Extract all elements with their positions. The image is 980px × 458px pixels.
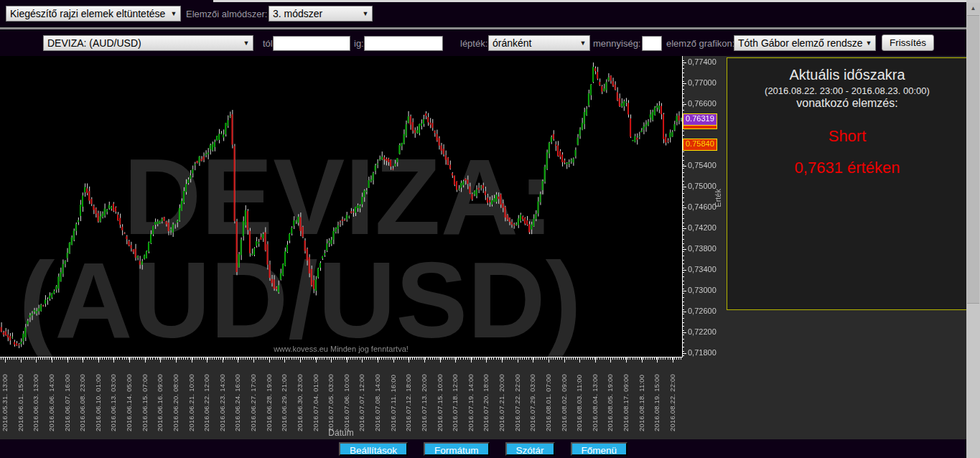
x-tick-label: 2016.06.22. 12:00 bbox=[202, 364, 210, 431]
y-tick-label: 0,74600 bbox=[688, 202, 717, 211]
x-tick-label: 2016.06.10. 01:00 bbox=[94, 364, 102, 431]
x-tick-label: 2016.06.23. 14:00 bbox=[218, 364, 226, 431]
refresh-button[interactable]: Frissítés bbox=[882, 34, 934, 51]
y-tick-label: 0,71800 bbox=[688, 348, 717, 357]
x-tick-label: 2016.06.14. 05:00 bbox=[125, 364, 133, 431]
to-date-input[interactable] bbox=[364, 36, 443, 51]
to-label: ig: bbox=[354, 38, 364, 49]
y-tick-label: 0,77400 bbox=[688, 57, 717, 66]
x-tick-label: 2016.08.19. 15:00 bbox=[653, 364, 661, 431]
x-tick-label: 2016.08.22. 22:00 bbox=[668, 364, 676, 431]
scroll-up-arrow-icon[interactable]: ▲ bbox=[966, 3, 980, 14]
analysis-subtitle: vonatkozó elemzés: bbox=[727, 97, 967, 110]
x-tick-label: 2016.06.27. 17:00 bbox=[249, 364, 257, 431]
chevron-down-icon: ▼ bbox=[578, 36, 588, 50]
analyzer-label: elemző grafikon: bbox=[666, 38, 734, 49]
chart-attribution: www.kovess.eu Minden jog fenntartva! bbox=[0, 345, 682, 353]
x-tick-label: 2016.07.18. 12:00 bbox=[451, 364, 459, 431]
x-tick-label: 2016.06.24. 16:00 bbox=[233, 364, 241, 431]
toolbar-divider bbox=[0, 27, 980, 29]
chart-figure: www.kovess.eu Minden jog fenntartva! 0,7… bbox=[0, 56, 966, 439]
analysis-signal: Short bbox=[727, 127, 967, 146]
x-tick-label: 2016.06.21. 10:00 bbox=[187, 364, 195, 431]
price-label-current: 0.76319 bbox=[683, 113, 717, 126]
x-tick-label: 2016.08.02. 09:00 bbox=[560, 364, 568, 431]
analyzer-select-value: Tóth Gábor elemző rendsze bbox=[738, 37, 863, 49]
analysis-title: Aktuális időszakra bbox=[727, 67, 967, 83]
x-tick-label: 2016.06.16. 09:00 bbox=[156, 364, 164, 431]
x-tick-label: 2016.07.06. 10:00 bbox=[342, 364, 350, 431]
x-tick-label: 2016.06.15. 07:00 bbox=[141, 364, 149, 431]
analysis-panel: Aktuális időszakra (2016.08.22. 23:00 - … bbox=[727, 57, 968, 310]
x-tick-label: 2016.07.29. 03:00 bbox=[528, 364, 536, 431]
analyzer-select[interactable]: Tóth Gábor elemző rendsze ▼ bbox=[734, 35, 876, 51]
x-tick-label: 2016.06.07. 16:00 bbox=[63, 364, 71, 431]
format-button[interactable]: Formátum bbox=[424, 442, 490, 456]
chevron-down-icon: ▼ bbox=[169, 6, 179, 21]
dictionary-button[interactable]: Szótár bbox=[505, 442, 555, 456]
quantity-label: mennyiség: bbox=[593, 38, 640, 49]
y-tick-label: 0,75000 bbox=[688, 182, 717, 190]
y-tick-label: 0,73000 bbox=[688, 286, 717, 294]
quantity-input[interactable] bbox=[642, 36, 662, 51]
analysis-period: (2016.08.22. 23:00 - 2016.08.23. 00:00) bbox=[727, 85, 967, 96]
footer-bar: Beállítások Formátum Szótár Főmenü bbox=[0, 439, 966, 458]
submethod-label: Elemzői almódszer: bbox=[186, 9, 267, 19]
y-tick-label: 0,75400 bbox=[688, 161, 717, 169]
x-axis: 2016.05.31. 13:002016.06.01. 15:002016.0… bbox=[0, 361, 682, 430]
x-tick-label: 2016.06.01. 15:00 bbox=[17, 364, 24, 431]
x-tick-label: 2016.06.13. 03:00 bbox=[109, 364, 117, 431]
y-tick-label: 0,72200 bbox=[688, 327, 717, 336]
scrollbar-thumb[interactable] bbox=[967, 15, 979, 304]
x-tick-label: 2016.08.03. 11:00 bbox=[575, 364, 583, 431]
x-tick-label: 2016.07.12. 18:00 bbox=[404, 364, 412, 431]
window-top-edge bbox=[213, 0, 966, 2]
from-date-input[interactable] bbox=[273, 36, 350, 51]
chevron-down-icon: ▼ bbox=[864, 36, 874, 50]
x-tick-label: 2016.08.17. 09:00 bbox=[622, 364, 630, 431]
x-tick-label: 2016.07.20. 18:00 bbox=[482, 364, 490, 431]
x-tick-label: 2016.06.28. 19:00 bbox=[265, 364, 273, 431]
scale-select-value: óránként bbox=[493, 37, 531, 49]
instrument-select[interactable]: DEVIZA: (AUD/USD) ▼ bbox=[43, 35, 253, 51]
x-tick-label: 2016.06.30. 23:00 bbox=[296, 364, 304, 431]
settings-button[interactable]: Beállítások bbox=[339, 442, 408, 456]
x-tick-label: 2016.06.03. 13:00 bbox=[32, 364, 39, 431]
analysis-price: 0,7631 értéken bbox=[727, 159, 967, 177]
draw-elements-select[interactable]: Kiegészítő rajzi elemek eltüntetése ▼ bbox=[6, 6, 181, 22]
y-tick-label: 0,74200 bbox=[688, 223, 717, 232]
draw-elements-select-value: Kiegészítő rajzi elemek eltüntetése bbox=[10, 8, 165, 19]
vertical-scrollbar[interactable]: ▲ bbox=[966, 0, 980, 458]
x-tick-label: 2016.08.05. 19:00 bbox=[606, 364, 614, 431]
submethod-select-value: 3. módszer bbox=[273, 8, 322, 19]
x-tick-label: 2016.07.05. 03:00 bbox=[327, 364, 335, 431]
y-axis: 0,774000,770000,766000,762000,758000,754… bbox=[682, 56, 727, 363]
scale-label: lépték: bbox=[460, 38, 487, 49]
x-tick-label: 2016.07.13. 20:00 bbox=[420, 364, 428, 431]
y-axis-title: Érték bbox=[714, 189, 722, 207]
submethod-select[interactable]: 3. módszer ▼ bbox=[269, 6, 373, 22]
x-tick-label: 2016.07.22. 22:00 bbox=[513, 364, 521, 431]
y-tick-label: 0,77000 bbox=[688, 78, 717, 87]
x-axis-title: Dátum bbox=[0, 428, 682, 438]
x-tick-label: 2016.08.04. 13:00 bbox=[591, 364, 599, 431]
main-menu-button[interactable]: Főmenü bbox=[571, 442, 628, 456]
x-tick-label: 2016.07.07. 12:00 bbox=[358, 364, 365, 431]
y-tick-label: 0,73800 bbox=[688, 244, 717, 253]
x-tick-label: 2016.08.18. 11:00 bbox=[638, 364, 645, 431]
instrument-select-value: DEVIZA: (AUD/USD) bbox=[47, 37, 141, 49]
x-tick-label: 2016.06.20. 08:00 bbox=[172, 364, 179, 431]
x-tick-label: 2016.07.15. 10:00 bbox=[436, 364, 444, 431]
scale-select[interactable]: óránként ▼ bbox=[488, 35, 590, 51]
x-tick-label: 2016.06.29. 21:00 bbox=[280, 364, 288, 431]
x-tick-label: 2016.06.08. 23:00 bbox=[78, 364, 86, 431]
y-tick-label: 0,73400 bbox=[688, 265, 717, 274]
x-tick-label: 2016.07.19. 14:00 bbox=[467, 364, 475, 431]
x-tick-label: 2016.07.04. 01:00 bbox=[312, 364, 319, 431]
price-label-signal: 0.75840 bbox=[683, 139, 717, 151]
y-tick-label: 0,72600 bbox=[688, 307, 717, 315]
chevron-down-icon: ▼ bbox=[241, 36, 251, 50]
x-tick-label: 2016.05.31. 13:00 bbox=[1, 364, 9, 431]
x-tick-label: 2016.07.21. 20:00 bbox=[498, 364, 505, 431]
chevron-down-icon: ▼ bbox=[360, 6, 370, 21]
